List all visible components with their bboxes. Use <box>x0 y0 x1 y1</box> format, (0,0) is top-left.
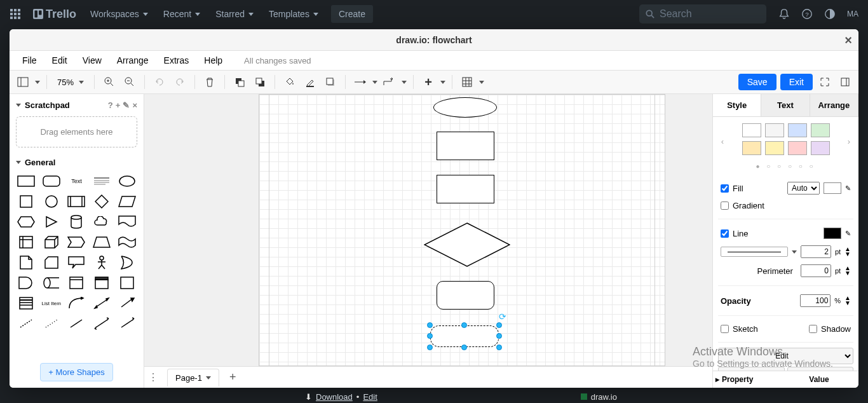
stepper-icon[interactable]: ▲▼ <box>844 266 851 276</box>
shape-bidir-arrow[interactable] <box>90 294 113 312</box>
edit-link[interactable]: Edit <box>363 392 377 402</box>
shape-bidir-thin[interactable] <box>90 315 113 332</box>
perimeter-input[interactable] <box>801 264 831 277</box>
undo-icon[interactable] <box>151 74 168 90</box>
shape-circle[interactable] <box>40 193 63 210</box>
notifications-icon[interactable] <box>774 4 794 24</box>
redo-icon[interactable] <box>172 74 188 90</box>
page-tab[interactable]: Page-1 <box>167 369 219 386</box>
fill-mode-select[interactable]: Auto <box>787 182 820 195</box>
shape-and[interactable] <box>15 274 37 292</box>
shape-document[interactable] <box>116 213 139 231</box>
shape-or[interactable] <box>116 254 139 271</box>
style-swatch[interactable] <box>811 141 830 155</box>
scratchpad-add-icon[interactable]: + <box>116 100 121 110</box>
menu-help[interactable]: Help <box>198 53 229 68</box>
menu-recent[interactable]: Recent <box>157 5 207 23</box>
stepper-icon[interactable]: ▲▼ <box>844 247 851 257</box>
tab-arrange[interactable]: Arrange <box>810 94 858 116</box>
connection-icon[interactable] <box>352 74 369 90</box>
table-icon[interactable] <box>459 74 475 90</box>
sketch-checkbox[interactable] <box>721 325 729 333</box>
view-mode-icon[interactable] <box>15 74 31 90</box>
resize-handle[interactable] <box>461 345 467 350</box>
menu-templates[interactable]: Templates <box>262 5 325 23</box>
help-icon[interactable]: ? <box>797 4 817 24</box>
fill-checkbox[interactable] <box>721 184 729 193</box>
resize-handle[interactable] <box>461 322 467 328</box>
flowchart-process[interactable] <box>437 175 494 203</box>
chevron-down-icon[interactable] <box>402 81 407 84</box>
chevron-down-icon[interactable] <box>35 81 40 84</box>
zoom-out-icon[interactable] <box>121 74 138 90</box>
chevron-down-icon[interactable] <box>479 81 484 84</box>
menu-extras[interactable]: Extras <box>158 53 196 68</box>
shape-dotted[interactable] <box>40 315 63 332</box>
style-swatch[interactable] <box>742 123 761 137</box>
style-swatch[interactable] <box>788 141 807 155</box>
style-swatch[interactable] <box>788 123 807 137</box>
resize-handle[interactable] <box>496 333 502 339</box>
more-shapes-button[interactable]: + More Shapes <box>40 363 113 381</box>
shape-square[interactable] <box>15 193 37 210</box>
exit-button[interactable]: Exit <box>780 74 813 90</box>
shape-internal-storage[interactable] <box>15 233 37 251</box>
menu-arrange[interactable]: Arrange <box>111 53 155 68</box>
flowchart-subprocess[interactable] <box>437 281 494 310</box>
shape-textbox[interactable] <box>90 172 113 190</box>
trello-logo[interactable]: Trello <box>28 8 81 21</box>
menu-edit[interactable]: Edit <box>46 53 74 68</box>
shape-dashed[interactable] <box>15 315 37 332</box>
shape-text[interactable]: Text <box>65 172 88 190</box>
pages-menu-icon[interactable]: ⋮ <box>148 371 161 383</box>
delete-icon[interactable] <box>201 74 218 90</box>
general-header[interactable]: General <box>16 155 137 170</box>
line-color-chip[interactable] <box>824 228 841 239</box>
shape-curve[interactable] <box>65 294 88 312</box>
menu-view[interactable]: View <box>76 53 108 68</box>
properties-table-header[interactable]: ▸Property Value <box>713 371 858 388</box>
scratchpad-close-icon[interactable]: × <box>132 100 137 110</box>
shape-parallelogram[interactable] <box>116 193 139 210</box>
to-back-icon[interactable] <box>252 74 268 90</box>
scratchpad-help-icon[interactable]: ? <box>108 100 113 110</box>
shape-diamond[interactable] <box>90 193 113 210</box>
shape-tape[interactable] <box>116 233 139 251</box>
shape-frame[interactable] <box>116 274 139 292</box>
resize-handle[interactable] <box>427 345 433 350</box>
chevron-down-icon[interactable] <box>372 81 377 84</box>
zoom-select[interactable]: 75% <box>53 76 88 88</box>
fill-color-chip[interactable] <box>824 182 841 194</box>
theme-icon[interactable] <box>820 4 840 24</box>
edit-style-select[interactable]: Edit <box>718 348 853 364</box>
line-style-select[interactable] <box>721 247 788 257</box>
shape-arrow-thin[interactable] <box>116 315 139 332</box>
shadow-checkbox[interactable] <box>809 325 817 333</box>
style-swatch[interactable] <box>742 141 761 155</box>
shape-container[interactable] <box>65 274 88 292</box>
shape-actor[interactable] <box>90 254 113 271</box>
shape-roundrect[interactable] <box>40 172 63 190</box>
shape-note[interactable] <box>15 254 37 271</box>
to-front-icon[interactable] <box>231 74 248 90</box>
fullscreen-icon[interactable] <box>817 74 833 90</box>
shape-process[interactable] <box>65 193 88 210</box>
shape-datastore[interactable] <box>40 274 63 292</box>
flowchart-terminator[interactable] <box>433 97 497 118</box>
gradient-checkbox[interactable] <box>721 202 729 210</box>
create-button[interactable]: Create <box>331 5 373 23</box>
shape-triangle[interactable] <box>40 213 63 231</box>
shadow-icon[interactable] <box>322 74 339 90</box>
swatch-prev-icon[interactable]: ‹ <box>718 137 727 146</box>
resize-handle[interactable] <box>427 322 433 328</box>
opacity-input[interactable] <box>800 294 831 307</box>
tab-text[interactable]: Text <box>761 94 810 116</box>
close-icon[interactable]: × <box>844 33 852 48</box>
download-link[interactable]: Download <box>316 392 353 402</box>
resize-handle[interactable] <box>496 345 502 350</box>
resize-handle[interactable] <box>496 322 502 328</box>
shape-list-item[interactable]: List Item <box>40 294 63 312</box>
shape-arrow[interactable] <box>116 294 139 312</box>
shape-step[interactable] <box>65 233 88 251</box>
shape-card[interactable] <box>40 254 63 271</box>
